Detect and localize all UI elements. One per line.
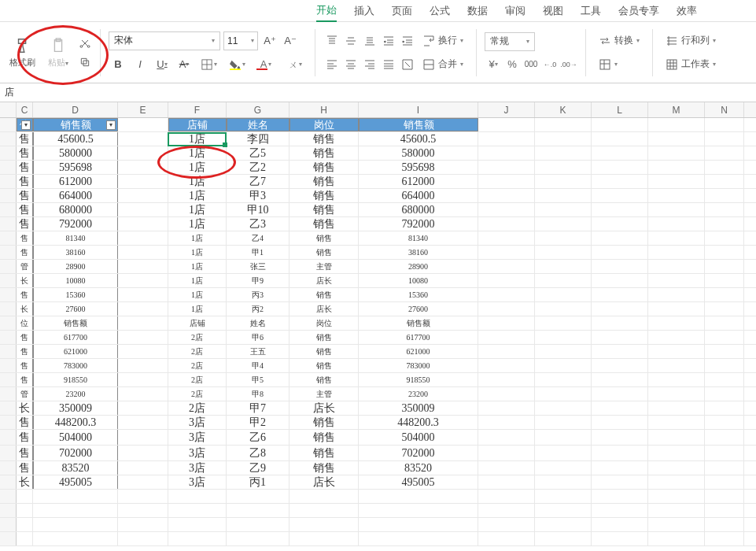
cell[interactable]: 595698 [33, 161, 118, 174]
worksheet-button[interactable]: 工作表▾ [661, 55, 721, 74]
cell[interactable]: 主管 [289, 260, 359, 273]
cell[interactable]: 销售 [289, 189, 359, 202]
cell[interactable]: 28900 [33, 260, 118, 273]
align-top-button[interactable] [323, 32, 341, 50]
cell[interactable]: 1店 [168, 302, 227, 316]
cell[interactable]: 长 [17, 401, 33, 415]
cell[interactable]: 27600 [33, 302, 118, 316]
cell[interactable]: 918550 [33, 373, 118, 386]
cell[interactable]: 销售 [289, 146, 359, 160]
cell[interactable]: 664000 [359, 189, 478, 202]
align-right-button[interactable] [361, 56, 378, 73]
cell[interactable]: 1店 [168, 189, 227, 202]
cell[interactable]: 495005 [33, 475, 118, 489]
cell[interactable]: 销售 [289, 288, 359, 301]
increase-indent-button[interactable] [399, 32, 416, 50]
cell[interactable]: 1店 [168, 132, 227, 146]
cell[interactable]: 王五 [227, 345, 289, 358]
cell[interactable]: 2店 [168, 373, 227, 386]
copy-button[interactable] [78, 55, 92, 69]
col-header-m[interactable]: M [648, 102, 705, 117]
col-header-f[interactable]: F [168, 102, 227, 117]
header-cell-h[interactable]: 岗位 [289, 118, 359, 131]
phonetic-button[interactable]: ㄨ▾ [282, 55, 307, 74]
cell[interactable]: 售 [17, 189, 33, 202]
cell[interactable]: 售 [17, 175, 33, 188]
col-header-k[interactable]: K [535, 102, 592, 117]
cell[interactable]: 783000 [33, 359, 118, 372]
cell[interactable]: 甲3 [227, 189, 289, 202]
cell[interactable]: 乙5 [227, 146, 289, 160]
cell[interactable]: 甲9 [227, 274, 289, 287]
header-cell-c[interactable]: 位▾ [17, 118, 33, 131]
col-header-n[interactable]: N [705, 102, 744, 117]
cell[interactable]: 10080 [33, 274, 118, 287]
cell[interactable]: 销售 [289, 132, 359, 146]
cell[interactable]: 售 [17, 345, 33, 358]
percent-button[interactable]: % [503, 56, 521, 73]
cell[interactable]: 销售 [289, 203, 359, 216]
cell[interactable]: 621000 [33, 345, 118, 358]
cell[interactable]: 甲1 [227, 246, 289, 259]
cell[interactable]: 448200.3 [33, 416, 118, 429]
cell[interactable]: 3店 [168, 475, 227, 489]
cell[interactable]: 350009 [359, 401, 478, 415]
cell[interactable]: 580000 [359, 146, 478, 160]
cell[interactable]: 504000 [33, 430, 118, 445]
cell[interactable]: 售 [17, 446, 33, 460]
cut-button[interactable] [78, 36, 92, 50]
col-header-h[interactable]: H [289, 102, 359, 117]
decrease-font-button[interactable]: A⁻ [282, 32, 299, 50]
cell[interactable]: 管 [17, 387, 33, 401]
cell[interactable]: 管 [17, 260, 33, 273]
cell[interactable]: 售 [17, 430, 33, 445]
decrease-indent-button[interactable] [380, 32, 397, 50]
cell[interactable]: 丙1 [227, 475, 289, 489]
col-header-i[interactable]: I [359, 102, 478, 117]
cell[interactable]: 长 [17, 274, 33, 287]
cell[interactable]: 1店 [168, 231, 227, 245]
cell[interactable]: 680000 [359, 203, 478, 216]
cell[interactable]: 店长 [289, 302, 359, 316]
cell[interactable]: 10080 [359, 274, 478, 287]
cell[interactable]: 甲2 [227, 416, 289, 429]
cell[interactable]: 李四 [227, 132, 289, 146]
col-header-e[interactable]: E [118, 102, 168, 117]
increase-decimal-button[interactable]: .00→ [560, 56, 577, 73]
col-header-d[interactable]: D [33, 102, 118, 117]
cell[interactable]: 15360 [33, 288, 118, 301]
strikethrough-button[interactable]: A▾ [175, 55, 194, 74]
cell[interactable]: 销售 [289, 461, 359, 475]
cell[interactable]: 销售 [289, 373, 359, 386]
cell[interactable]: 1店 [168, 175, 227, 188]
increase-font-button[interactable]: A⁺ [261, 32, 278, 50]
cell[interactable]: 3店 [168, 461, 227, 475]
cell[interactable]: 售 [17, 359, 33, 372]
menu-start[interactable]: 开始 [316, 0, 337, 22]
col-header-g[interactable]: G [227, 102, 289, 117]
col-header-j[interactable]: J [478, 102, 535, 117]
cell[interactable]: 店铺 [168, 316, 227, 330]
col-header-l[interactable]: L [592, 102, 648, 117]
align-center-button[interactable] [342, 56, 360, 73]
align-left-button[interactable] [323, 56, 341, 73]
cell[interactable]: 702000 [359, 446, 478, 460]
cell[interactable]: 销售 [289, 161, 359, 174]
cell[interactable]: 350009 [33, 401, 118, 415]
cell[interactable]: 38160 [359, 246, 478, 259]
cell[interactable]: 792000 [359, 217, 478, 231]
cell[interactable]: 位 [17, 316, 33, 330]
font-name-select[interactable]: 宋体▾ [109, 31, 220, 50]
cell[interactable]: 38160 [33, 246, 118, 259]
cell[interactable]: 1店 [168, 161, 227, 174]
cell[interactable]: 2店 [168, 359, 227, 372]
cell[interactable]: 45600.5 [359, 132, 478, 146]
cell[interactable]: 售 [17, 161, 33, 174]
cell[interactable]: 504000 [359, 430, 478, 445]
cell[interactable]: 28900 [359, 260, 478, 273]
cell[interactable]: 1店 [168, 146, 227, 160]
wrap-text-button[interactable]: 换行▾ [418, 31, 468, 50]
cell[interactable]: 495005 [359, 475, 478, 489]
cell[interactable]: 1店 [168, 246, 227, 259]
underline-button[interactable]: U▾ [153, 55, 171, 74]
